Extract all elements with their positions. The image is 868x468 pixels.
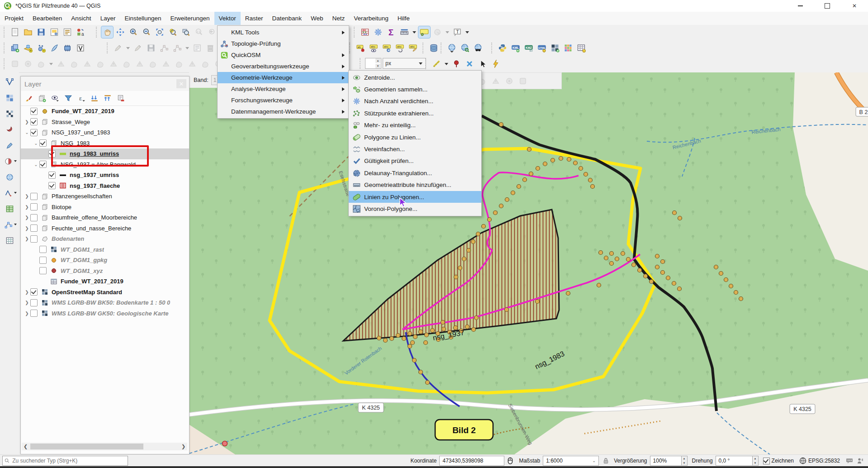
scrollbar-thumb[interactable]	[30, 444, 143, 449]
pie-tool-button[interactable]	[2, 155, 14, 167]
layer-checkbox[interactable]	[48, 182, 56, 189]
expander-closed-icon[interactable]: ❯	[24, 194, 30, 199]
raster-tool-button[interactable]	[549, 42, 561, 54]
layer-checkbox[interactable]	[30, 214, 38, 221]
grid-blue-tool-button[interactable]	[4, 92, 15, 104]
add-mesh-layer-button[interactable]	[62, 42, 73, 54]
manage-map-themes-button[interactable]	[50, 93, 61, 104]
layer-row-funde-wt-2017-2019[interactable]: Funde_WT_2017_2019	[21, 106, 189, 117]
toolbar-handle[interactable]	[441, 43, 443, 53]
style-manager-button[interactable]: a	[75, 26, 86, 38]
submenu-item-voronoi-polygone[interactable]: Voronoi-Polygone...	[349, 203, 481, 215]
annotation-line-symbol-button[interactable]	[431, 58, 442, 70]
layer-panel-close-icon[interactable]: ✕	[176, 79, 186, 88]
layer-row-nsg-1937-alter-bannwald[interactable]: ⌄NSG_1937 = Alter Bannwald	[21, 159, 189, 170]
mouse-position-icon[interactable]	[506, 457, 514, 465]
comma-tool-button[interactable]	[4, 124, 15, 135]
toolbar-handle[interactable]	[349, 43, 352, 53]
task-manager-icon[interactable]	[856, 457, 864, 464]
layer-checkbox[interactable]	[30, 129, 38, 136]
raster-grid-tool-button[interactable]	[4, 234, 15, 246]
map-canvas[interactable]: nsg_1937 nsg_1983 Reichenbach Reichenbac…	[189, 72, 868, 454]
osm-download-button[interactable]	[446, 42, 458, 54]
menu-einstellungen[interactable]: Einstellungen	[120, 12, 166, 25]
layer-checkbox[interactable]	[30, 118, 38, 125]
close-button[interactable]: ✕	[841, 0, 868, 12]
layer-row-funde-wt-2017-2019[interactable]: Funde_WT_2017_2019	[21, 276, 189, 287]
layer-checkbox[interactable]	[30, 108, 38, 115]
save-project-button[interactable]	[35, 26, 47, 38]
minimize-button[interactable]	[787, 0, 814, 12]
layer-row-wms-lgrb-bw-bk50-bodenkarte-1-50-0[interactable]: ❯WMS LGRB-BW BK50: Bodenkarte 1 : 50 0	[21, 297, 189, 308]
search-input[interactable]	[11, 457, 126, 464]
toolbar-handle[interactable]	[4, 43, 6, 53]
layer-row-nsg-1937-umriss[interactable]: nsg_1937_umriss	[21, 170, 189, 181]
locator-search[interactable]	[2, 456, 128, 466]
add-point-layer-button[interactable]	[35, 42, 47, 54]
layer-row-nsg-1937-und-1983[interactable]: ⌄NSG_1937_und_1983	[21, 127, 189, 138]
layer-row-nsg-1983[interactable]: ⌄NSG_1983	[21, 138, 189, 149]
toolbar-handle[interactable]	[4, 27, 6, 38]
layer-checkbox[interactable]	[39, 139, 47, 147]
toolbar-handle[interactable]	[425, 58, 428, 69]
menu-raster[interactable]: Raster	[241, 12, 268, 25]
menu-projekt[interactable]: Projekt	[0, 12, 28, 25]
menu-item-datenmanagement-werkzeuge[interactable]: Datenmanagement-Werkzeuge	[218, 106, 349, 117]
open-project-button[interactable]	[22, 26, 34, 38]
draw-tool-button[interactable]	[4, 139, 15, 151]
change-label-button[interactable]: abc	[407, 42, 419, 54]
expander-closed-icon[interactable]: ❯	[24, 226, 30, 231]
expander-closed-icon[interactable]: ❯	[24, 205, 30, 210]
clear-annotations-button[interactable]	[464, 58, 475, 70]
crs-globe-icon[interactable]	[799, 457, 806, 464]
checker-tool-button[interactable]	[4, 108, 15, 119]
export-kmz-button[interactable]: KMZ	[523, 42, 535, 54]
scroll-left-icon[interactable]: ❮	[22, 443, 29, 450]
add-virtual-layer-button[interactable]	[75, 42, 86, 54]
layer-checkbox[interactable]	[39, 246, 47, 253]
menu-item-quickosm[interactable]: QuickOSM	[218, 49, 349, 61]
vertex-vector-tool-dropdown-icon[interactable]	[14, 224, 17, 225]
expander-closed-icon[interactable]: ❯	[24, 215, 30, 220]
messages-icon[interactable]	[845, 457, 854, 464]
submenu-item-geometrieattribute-hinzuf-gen[interactable]: Geometrieattribute hinzufügen...	[349, 179, 481, 191]
submenu-item-zentroide[interactable]: Zentroide...	[349, 72, 481, 83]
submenu-item-g-ltigkeit-pr-fen[interactable]: Gültigkeit prüfen...	[349, 155, 481, 167]
zoom-full-button[interactable]	[154, 26, 166, 38]
submenu-item-delaunay-triangulation[interactable]: Delaunay-Triangulation...	[349, 167, 481, 179]
submenu-item-polygone-zu-linien[interactable]: Polygone zu Linien...	[349, 131, 481, 143]
options-gear-button[interactable]	[372, 26, 384, 38]
add-raster-layer-button[interactable]	[22, 42, 34, 54]
add-spatialite-layer-button[interactable]	[48, 42, 60, 54]
layout-manager-button[interactable]	[62, 26, 73, 38]
layer-checkbox[interactable]	[39, 257, 47, 264]
layer-row-strasse-wege[interactable]: ❯Strasse_Wege	[21, 117, 189, 128]
text-annotation-button[interactable]: T	[451, 26, 463, 38]
move-label-button[interactable]: abc	[381, 42, 393, 54]
toolbar-handle[interactable]	[491, 43, 494, 53]
menu-ansicht[interactable]: Ansicht	[66, 12, 95, 25]
open-layer-styling-button[interactable]	[24, 93, 34, 104]
layer-row-wt-dgm1-rast[interactable]: WT_DGM1_rast	[21, 244, 189, 255]
layer-row-bodenarten[interactable]: ❯Bodenarten	[21, 234, 189, 244]
osm-search-button[interactable]	[459, 42, 471, 54]
new-print-layout-button[interactable]	[48, 26, 60, 38]
menu-item-geoverarbeitungswerkzeuge[interactable]: Geoverarbeitungswerkzeuge	[218, 61, 349, 72]
layer-row-biotope[interactable]: ❯Biotope	[21, 202, 189, 213]
layer-checkbox[interactable]	[30, 235, 38, 243]
toolbar-handle[interactable]	[107, 43, 109, 53]
menu-netz[interactable]: Netz	[327, 12, 349, 25]
zoom-out-button[interactable]	[141, 26, 152, 38]
layer-row-wt-dgm1-gpkg[interactable]: WT_DGM1_gpkg	[21, 255, 189, 266]
rotation-spinner[interactable]: ▲▼	[753, 456, 759, 466]
measure-dropdown-icon[interactable]	[413, 31, 416, 33]
snapping-toggle-button[interactable]	[490, 58, 502, 70]
layer-row-nsg-1983-umriss[interactable]: nsg_1983_umriss	[21, 148, 189, 159]
rotate-label-button[interactable]: abc	[394, 42, 406, 54]
layer-row-baumfreie-offene-moorbereiche[interactable]: ❯Baumfreie_offene_Moorbereiche	[21, 212, 189, 223]
layer-row-nsg-1937-flaeche[interactable]: nsg_1937_flaeche	[21, 181, 189, 191]
expander-closed-icon[interactable]: ❯	[24, 290, 30, 295]
expander-closed-icon[interactable]: ❯	[24, 119, 30, 124]
layer-checkbox[interactable]	[30, 288, 38, 296]
pin-labels-button[interactable]: ab	[355, 42, 366, 54]
